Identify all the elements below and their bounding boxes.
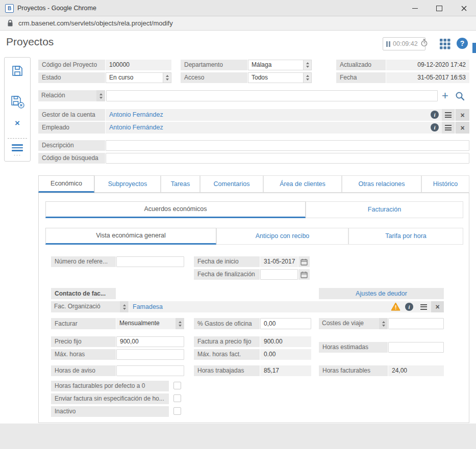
spinner-icon[interactable] [379,318,388,329]
max-horas-input[interactable] [116,349,184,360]
spinner-icon[interactable] [176,318,184,329]
viewtab-tarifa-por-hora[interactable]: Tarifa por hora [348,228,463,245]
empleado-label: Empleado [38,122,105,134]
search-relation-button[interactable] [455,91,465,103]
minimize-button[interactable] [403,0,427,16]
maximize-button[interactable] [427,0,452,16]
tab-area-de-clientes[interactable]: Área de clientes [263,175,342,193]
relacion-input[interactable] [106,90,438,101]
viewtab-anticipo-con-recibo[interactable]: Anticipo con recibo [216,228,348,245]
horas-estimadas-input[interactable] [388,342,444,353]
horas-aviso-label: Horas de aviso [51,365,116,376]
fac-org-label: Fac. Organizació [51,301,120,312]
subtab-facturacion[interactable]: Facturación [306,201,463,218]
gestor-info-icon[interactable]: i [431,111,439,119]
fac-org-info-icon[interactable]: i [405,303,413,311]
window-title: Proyectos - Google Chrome [17,0,96,16]
actualizado-value: 09-12-2020 17:42 [386,60,469,70]
precio-fijo-input[interactable]: 900,00 [116,336,184,347]
horas-trabajadas-label: Horas trabajadas [194,365,260,376]
spinner-icon[interactable] [303,72,312,83]
address-bar[interactable]: crm.basenet.com/servlets/objects/rela.pr… [0,16,476,31]
cancel-button[interactable]: × [5,118,30,128]
estado-select[interactable]: En curso [106,72,171,83]
tab-subproyectos[interactable]: Subproyectos [94,175,161,193]
timer-widget[interactable]: 00:09:42 [383,37,425,50]
descripcion-input[interactable] [106,140,469,151]
fecha-fin-label: Fecha de finalización [194,269,260,280]
menu-button[interactable] [5,143,30,151]
gastos-input[interactable]: 0,00 [260,318,311,329]
more-options[interactable]: ··· [5,152,30,158]
fac-org-clear-button[interactable]: × [431,301,444,312]
tab-otras-relaciones[interactable]: Otras relaciones [342,175,421,193]
gestor-field: Antonio Fernández [106,109,469,121]
tab-tareas[interactable]: Tareas [161,175,200,193]
departamento-value: Málaga [248,60,303,70]
clear-icon: × [460,112,464,119]
pause-icon[interactable] [386,41,390,47]
acceso-value: Todos [248,72,303,83]
horas-aviso-input[interactable] [116,365,184,376]
tab-historico[interactable]: Histórico [421,175,469,193]
close-window-button[interactable] [452,0,476,16]
gestor-link[interactable]: Antonio Fernández [106,109,163,121]
check-horas-defecto-label: Horas facturables por defecto a 0 [51,381,169,391]
warning-icon[interactable] [391,302,400,313]
facturar-value: Mensualmente [116,318,176,329]
fecha-label: Fecha [336,72,386,83]
apps-grid-icon[interactable] [440,39,450,51]
max-horas-label: Máx. horas [51,349,116,360]
tab-economico[interactable]: Económico [38,175,94,193]
cancel-x-icon: × [15,118,20,128]
check-inactivo-checkbox[interactable] [173,407,181,415]
ajustes-de-deudor-button[interactable]: Ajustes de deudor [319,288,444,299]
url-text: crm.basenet.com/servlets/objects/rela.pr… [18,19,173,27]
busqueda-label: Código de búsqueda [38,153,105,164]
gestor-menu-button[interactable] [442,109,455,121]
spinner-icon[interactable] [163,72,171,83]
fecha-fin-calendar-button[interactable] [298,269,310,280]
gastos-label: % Gastos de oficina [194,318,260,329]
help-button[interactable]: ? [457,38,468,49]
codigo-label: Código del Proyecto [38,60,105,70]
max-horas-fact-value: 0.00 [260,349,311,360]
costes-input[interactable] [388,318,444,329]
spinner-icon[interactable] [303,60,312,70]
numero-ref-label: Número de refere... [51,256,116,267]
clear-icon: × [435,303,439,310]
save-and-close-button[interactable] [5,95,30,109]
costes-select[interactable]: Costes de viaje [319,318,388,329]
viewtab-vista-economica-general[interactable]: Vista económica general [45,228,216,245]
empleado-info-icon[interactable]: i [431,123,439,131]
fecha-inicio-calendar-button[interactable] [298,256,310,267]
empleado-menu-button[interactable] [442,122,455,134]
scrollbar-thumb[interactable] [472,43,476,53]
empleado-link[interactable]: Antonio Fernández [106,122,163,134]
fac-org-link[interactable]: Famadesa [129,301,163,312]
check-horas-defecto-checkbox[interactable] [173,382,181,389]
tab-comentarios[interactable]: Comentarios [200,175,263,193]
gestor-clear-button[interactable]: × [456,109,469,121]
facturar-select[interactable]: Mensualmente [116,318,184,329]
fac-org-select[interactable]: Fac. Organizació [51,301,129,312]
numero-ref-input[interactable] [116,256,184,267]
contacto-label: Contacto de fac... [51,288,116,299]
spinner-icon[interactable] [120,301,129,312]
fac-org-menu-button[interactable] [417,301,430,312]
busqueda-input[interactable] [106,153,469,164]
check-enviar-factura-checkbox[interactable] [173,394,181,402]
save-button[interactable] [5,64,30,77]
add-relation-button[interactable]: + [442,91,448,101]
relacion-select[interactable]: Relación [38,90,105,101]
fecha-fin-input[interactable] [260,269,298,280]
stopwatch-icon [420,39,428,49]
empleado-clear-button[interactable]: × [456,122,469,134]
acceso-select[interactable]: Todos [248,72,312,83]
action-toolbar: × ··· [4,57,31,162]
subtab-acuerdos-economicos[interactable]: Acuerdos económicos [45,201,306,218]
empleado-field: Antonio Fernández [106,122,469,134]
max-horas-fact-label: Máx. horas fact. [194,349,260,360]
spinner-icon[interactable] [96,90,105,101]
departamento-select[interactable]: Málaga [248,60,312,70]
